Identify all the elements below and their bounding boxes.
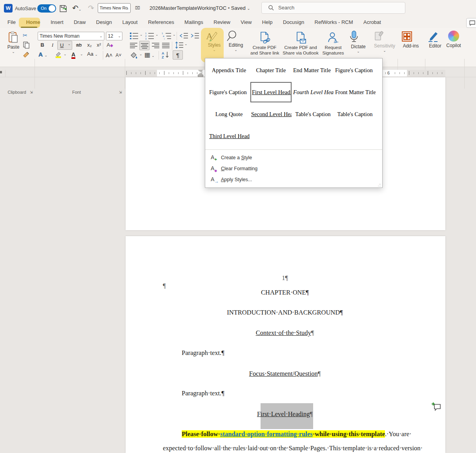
undo-button[interactable]: ↶⌄ — [72, 4, 81, 13]
create-style-menu-item[interactable]: A+ Create a Style — [205, 153, 382, 164]
qat-overflow-icon[interactable]: ⌧ — [135, 5, 140, 11]
panel-resize-grip[interactable]: .:: — [378, 183, 381, 187]
tab-references[interactable]: References — [144, 17, 178, 27]
font-dialog-launcher[interactable]: ⇲ — [119, 90, 122, 94]
document-title[interactable]: 2026MasterTemplateWorkingTOC • Saved ⌄ — [150, 5, 250, 11]
style-item-third-level-heading[interactable]: Third Level Heading — [208, 126, 250, 146]
tab-refworks[interactable]: RefWorks - RCM — [310, 17, 357, 27]
chevron-down-icon: ⌄ — [67, 42, 71, 46]
tab-mailings[interactable]: Mailings — [180, 17, 208, 27]
chapter-subtitle-line[interactable]: INTRODUCTION·AND·BACKGROUND¶ — [163, 309, 407, 317]
style-item-figures-caption-1[interactable]: Figure's Caption — [334, 60, 376, 80]
borders-button[interactable]: ▦⌄ — [144, 51, 155, 58]
align-center-button[interactable] — [139, 41, 150, 50]
grow-font-button[interactable]: A˄ — [104, 51, 114, 60]
tab-review[interactable]: Review — [209, 17, 235, 27]
tab-insert[interactable]: Insert — [46, 17, 68, 27]
style-item-appendix-title[interactable]: Appendix Title — [208, 60, 250, 80]
save-icon[interactable] — [59, 4, 67, 13]
align-left-button[interactable] — [130, 42, 138, 49]
underline-button[interactable]: U ⌄ — [57, 41, 72, 50]
paragraph-text-line-1[interactable]: Paragraph·text.¶ — [182, 349, 224, 357]
autosave-toggle[interactable]: On — [37, 4, 56, 13]
highlight-color-button[interactable]: ⌄ — [55, 51, 68, 58]
tab-draw[interactable]: Draw — [69, 17, 90, 27]
format-painter-icon[interactable] — [23, 51, 30, 58]
tab-docusign[interactable]: Docusign — [279, 17, 308, 27]
comments-button[interactable] — [466, 18, 476, 28]
highlighted-paragraph-line-1[interactable]: Please·follow·standard·option·formatting… — [182, 430, 411, 438]
decrease-indent-button[interactable] — [180, 33, 188, 39]
word-logo[interactable]: W — [4, 4, 13, 13]
superscript-button[interactable]: x² — [94, 41, 104, 49]
apply-styles-menu-item[interactable]: A→ Apply Styles... — [205, 175, 382, 186]
body-text-line-2[interactable]: expected·to·follow·all·the·rules·laid·ou… — [163, 444, 407, 452]
clear-formatting-button[interactable]: A◆ — [105, 41, 115, 49]
tab-acrobat[interactable]: Acrobat — [359, 17, 385, 27]
show-hide-marks-button[interactable]: ¶ — [173, 50, 183, 60]
line-spacing-button[interactable]: ⌄ — [175, 42, 184, 49]
tab-design[interactable]: Design — [92, 17, 116, 27]
chapter-title-line[interactable]: CHAPTER·ONE¶ — [163, 289, 407, 297]
ruler-corner-line — [5, 70, 5, 77]
ruler-inch-label: 6 — [386, 71, 391, 75]
create-pdf-outlook-button[interactable]: Create PDF andShare via Outlook — [281, 31, 320, 56]
justify-button[interactable] — [162, 42, 170, 49]
editing-button[interactable]: Editing ⌄ — [226, 30, 246, 52]
hyperlink-text[interactable]: standard·option·formatting·rules — [220, 430, 313, 438]
style-item-end-matter-title[interactable]: End Matter Title — [292, 60, 334, 80]
context-heading-line[interactable]: Context·of·the·Study¶ — [163, 329, 407, 337]
cut-icon[interactable]: ✂ — [23, 32, 27, 38]
subscript-button[interactable]: x₂ — [85, 41, 94, 49]
align-right-button[interactable] — [152, 42, 160, 49]
style-item-tables-caption-2[interactable]: Table's Caption — [334, 104, 376, 124]
text-effects-button[interactable]: A ⌄ — [38, 51, 50, 58]
create-pdf-share-link-button[interactable]: Create PDFand Share link — [250, 31, 279, 56]
copy-icon[interactable] — [23, 42, 29, 49]
bold-button[interactable]: B — [38, 41, 47, 49]
tab-view[interactable]: View — [236, 17, 256, 27]
font-color-button[interactable]: A ⌄ — [71, 51, 85, 59]
clipboard-group-label: Clipboard — [3, 90, 31, 95]
numbering-button[interactable]: 123 ⌄ — [145, 32, 157, 40]
shading-button[interactable]: ⌄ — [130, 52, 138, 59]
bullets-button[interactable]: ⌄ — [129, 32, 141, 40]
qat-font-box[interactable]: Times New Ro ⌄ — [98, 3, 131, 13]
style-item-long-quote[interactable]: Long Quote — [208, 104, 250, 124]
tab-file[interactable]: File — [3, 17, 20, 27]
shrink-font-button[interactable]: A˅ — [114, 51, 123, 60]
editor-button[interactable]: Editor — [427, 31, 443, 49]
increase-indent-button[interactable] — [191, 33, 199, 39]
tab-layout[interactable]: Layout — [118, 17, 142, 27]
change-case-button[interactable]: Aa ⌄ — [87, 51, 101, 57]
copilot-button[interactable]: Copilot — [444, 31, 463, 48]
indent-markers[interactable] — [198, 70, 203, 77]
style-item-tables-caption-1[interactable]: Table's Caption — [292, 104, 334, 124]
first-level-heading-line[interactable]: First·Level·Heading¶ — [163, 410, 407, 418]
sensitivity-button[interactable]: Sensitivity ⌄ — [374, 31, 396, 53]
tab-help[interactable]: Help — [258, 17, 277, 27]
style-item-second-level-heading[interactable]: Second Level Heading — [250, 104, 292, 124]
clipboard-dialog-launcher[interactable]: ⇲ — [30, 90, 33, 94]
paragraph-text-line-2[interactable]: Paragraph·text.¶ — [182, 389, 224, 397]
font-size-combobox[interactable]: 12 ⌄ — [106, 32, 122, 40]
request-signatures-button[interactable]: x RequestSignatures — [320, 31, 346, 56]
strikethrough-button[interactable]: ab — [74, 41, 84, 49]
addins-button[interactable]: Add-ins — [401, 31, 421, 49]
redo-button[interactable]: ↷ — [88, 4, 94, 13]
style-item-fourth-level-heading[interactable]: Fourth Level Heading — [292, 82, 334, 102]
style-item-chapter-title[interactable]: Chapter Title — [250, 60, 292, 80]
italic-button[interactable]: I — [48, 41, 57, 49]
focus-heading-line[interactable]: Focus·Statement/Question¶ — [163, 370, 407, 378]
search-input[interactable]: Search — [261, 2, 405, 14]
font-name-combobox[interactable]: Times New Roman ⌄ — [38, 32, 104, 40]
style-item-front-matter-title[interactable]: Front Matter Title — [334, 82, 376, 102]
add-comment-icon[interactable] — [432, 402, 442, 412]
style-item-figures-caption-2[interactable]: Figure's Caption — [208, 82, 250, 102]
clear-formatting-menu-item[interactable]: A◆ Clear Formatting — [205, 164, 382, 175]
sort-button[interactable]: AZ — [162, 51, 170, 59]
style-item-first-level-heading-selected[interactable]: First Level Heading — [250, 82, 292, 102]
paste-button[interactable]: Paste ⌄ — [5, 31, 22, 54]
dictate-button[interactable]: Dictate ⌄ — [349, 31, 367, 53]
multilevel-list-button[interactable]: 1ai ⌄ — [162, 32, 173, 40]
